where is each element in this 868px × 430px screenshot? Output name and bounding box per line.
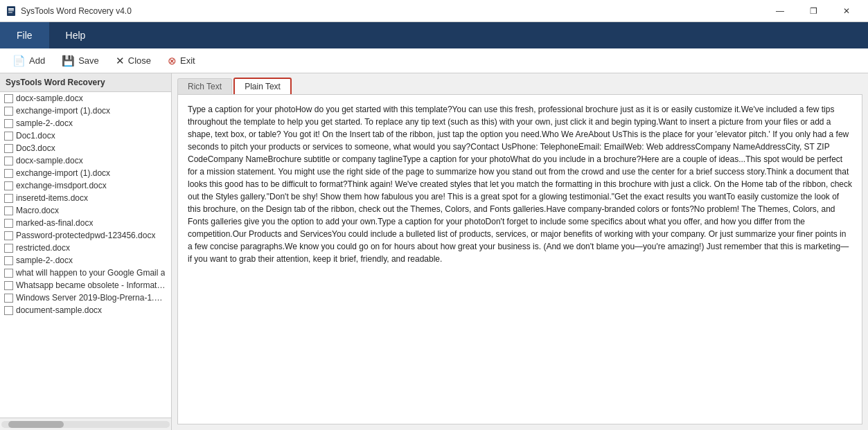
minimize-button[interactable]: — <box>764 0 796 22</box>
sidebar-checkbox[interactable] <box>4 294 13 303</box>
sidebar-list[interactable]: docx-sample.docxexchange-import (1).docx… <box>0 92 171 418</box>
menu-help[interactable]: Help <box>49 22 103 48</box>
sidebar-checkbox[interactable] <box>4 107 13 116</box>
sidebar-checkbox[interactable] <box>4 169 13 178</box>
menu-file[interactable]: File <box>0 22 49 48</box>
sidebar-item[interactable]: exchange-import (1).docx <box>0 167 171 179</box>
app-icon <box>6 6 17 17</box>
svg-rect-3 <box>8 12 12 12</box>
sidebar: SysTools Word Recovery docx-sample.docxe… <box>0 73 172 430</box>
add-button[interactable]: 📄 Add <box>6 52 52 70</box>
menu-bar: File Help <box>0 22 868 48</box>
sidebar-checkbox[interactable] <box>4 94 13 103</box>
sidebar-item[interactable]: docx-sample.docx <box>0 154 171 167</box>
sidebar-checkbox[interactable] <box>4 219 13 228</box>
sidebar-checkbox[interactable] <box>4 119 13 128</box>
sidebar-item[interactable]: Doc1.docx <box>0 129 171 142</box>
sidebar-item[interactable]: sample-2-.docx <box>0 117 171 129</box>
content-panel[interactable]: Type a caption for your photoHow do you … <box>177 94 862 424</box>
sidebar-item[interactable]: what will happen to your Google Gmail a <box>0 267 171 279</box>
close-button[interactable]: ✕ <box>831 0 862 22</box>
sidebar-checkbox[interactable] <box>4 206 13 215</box>
sidebar-checkbox[interactable] <box>4 181 13 190</box>
sidebar-checkbox[interactable] <box>4 231 13 240</box>
sidebar-checkbox[interactable] <box>4 244 13 253</box>
sidebar-checkbox[interactable] <box>4 281 13 290</box>
svg-rect-1 <box>8 8 14 10</box>
sidebar-item[interactable]: Doc3.docx <box>0 142 171 154</box>
close-doc-icon: ✕ <box>116 55 125 67</box>
sidebar-item[interactable]: Password-protectedpwd-123456.docx <box>0 229 171 242</box>
save-button[interactable]: 💾 Save <box>55 52 106 70</box>
sidebar-item[interactable]: inseretd-items.docx <box>0 192 171 204</box>
sidebar-checkbox[interactable] <box>4 156 13 165</box>
exit-icon: ⊗ <box>168 55 177 67</box>
sidebar-checkbox[interactable] <box>4 144 13 153</box>
content-tabs: Rich Text Plain Text <box>172 73 868 94</box>
scrollbar-thumb[interactable] <box>8 421 64 428</box>
app-title: SysTools Word Recovery v4.0 <box>21 6 132 16</box>
tab-rich-text[interactable]: Rich Text <box>177 78 232 94</box>
tab-plain-text[interactable]: Plain Text <box>233 78 292 94</box>
maximize-button[interactable]: ❐ <box>797 0 829 22</box>
sidebar-title: SysTools Word Recovery <box>0 73 171 92</box>
sidebar-item[interactable]: exchange-imsdport.docx <box>0 179 171 192</box>
sidebar-checkbox[interactable] <box>4 256 13 265</box>
sidebar-checkbox[interactable] <box>4 194 13 203</box>
sidebar-item[interactable]: Whatsapp became obsolete - Informative <box>0 279 171 292</box>
sidebar-scrollbar[interactable] <box>0 418 171 430</box>
document-text: Type a caption for your photoHow do you … <box>188 105 852 264</box>
save-icon: 💾 <box>62 55 75 67</box>
sidebar-item[interactable]: Macro.docx <box>0 204 171 217</box>
exit-button[interactable]: ⊗ Exit <box>161 52 202 70</box>
add-icon: 📄 <box>12 55 26 67</box>
sidebar-item[interactable]: Windows Server 2019-Blog-Prerna-1.doc <box>0 292 171 304</box>
title-bar-left: SysTools Word Recovery v4.0 <box>6 6 132 17</box>
sidebar-checkbox[interactable] <box>4 306 13 315</box>
title-bar: SysTools Word Recovery v4.0 — ❐ ✕ <box>0 0 868 22</box>
sidebar-checkbox[interactable] <box>4 269 13 278</box>
sidebar-item[interactable]: docx-sample.docx <box>0 92 171 105</box>
sidebar-item[interactable]: exchange-import (1).docx <box>0 105 171 117</box>
window-controls: — ❐ ✕ <box>764 0 862 22</box>
sidebar-item[interactable]: marked-as-final.docx <box>0 217 171 229</box>
sidebar-item[interactable]: sample-2-.docx <box>0 254 171 267</box>
svg-rect-2 <box>8 10 14 11</box>
scrollbar-track <box>1 421 170 428</box>
sidebar-item[interactable]: document-sample.docx <box>0 304 171 316</box>
main-layout: SysTools Word Recovery docx-sample.docxe… <box>0 73 868 430</box>
sidebar-item[interactable]: restricted.docx <box>0 242 171 254</box>
toolbar: 📄 Add 💾 Save ✕ Close ⊗ Exit <box>0 48 868 73</box>
sidebar-checkbox[interactable] <box>4 132 13 141</box>
content-area: Rich Text Plain Text Type a caption for … <box>172 73 868 430</box>
close-doc-button[interactable]: ✕ Close <box>109 52 158 70</box>
